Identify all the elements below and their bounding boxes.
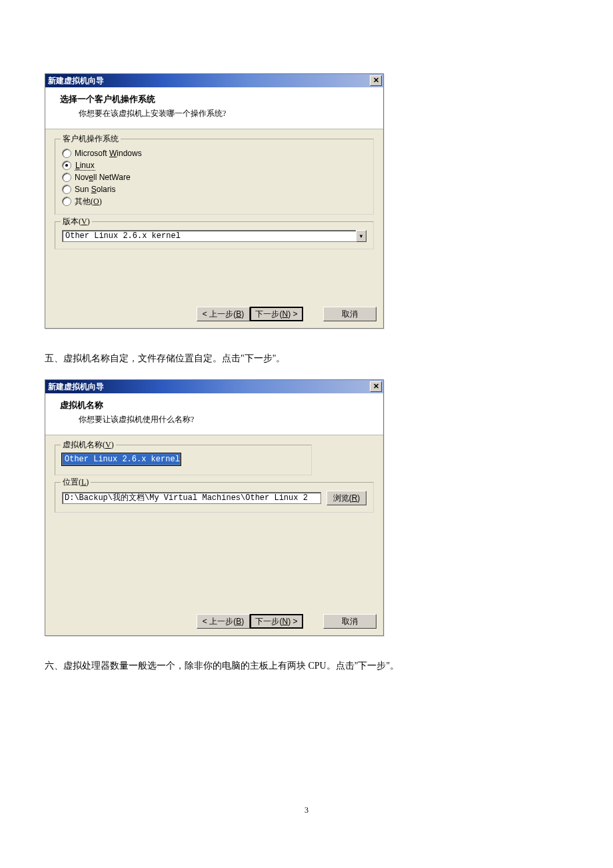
- button-row: < 上一步(B) 下一步(N) > 取消: [45, 303, 383, 328]
- radio-icon[interactable]: [62, 185, 71, 194]
- titlebar: 新建虚拟机向导 ✕: [45, 74, 383, 87]
- next-button[interactable]: 下一步(N) >: [250, 614, 303, 629]
- radio-icon[interactable]: [62, 149, 71, 158]
- os-radio-option[interactable]: Linux: [62, 159, 366, 171]
- step-5-caption: 五、虚拟机名称自定，文件存储位置自定。点击"下一步"。: [45, 353, 613, 365]
- os-option-label: Novell NetWare: [75, 173, 131, 182]
- version-value: Other Linux 2.6.x kernel: [62, 230, 356, 242]
- back-button[interactable]: < 上一步(B): [197, 307, 250, 321]
- version-legend: 版本(V): [61, 216, 92, 227]
- back-button[interactable]: < 上一步(B): [197, 614, 250, 629]
- window-title: 新建虚拟机向导: [48, 381, 104, 393]
- page-number: 3: [0, 805, 613, 815]
- titlebar: 新建虚拟机向导 ✕: [45, 380, 383, 393]
- os-option-label: Linux: [75, 161, 95, 170]
- header-subtitle: 你想要让该虚拟机使用什么名称?: [60, 411, 383, 425]
- next-button[interactable]: 下一步(N) >: [250, 307, 303, 321]
- wizard-dialog-os: 新建虚拟机向导 ✕ 选择一个客户机操作系统 你想要在该虚拟机上安装哪一个操作系统…: [45, 73, 384, 329]
- vm-name-legend: 虚拟机名称(V): [61, 439, 116, 451]
- guest-os-group: 客户机操作系统 Microsoft WindowsLinuxNovell Net…: [55, 139, 374, 215]
- os-radio-option[interactable]: Sun Solaris: [62, 183, 366, 195]
- header-subtitle: 你想要在该虚拟机上安装哪一个操作系统?: [60, 105, 383, 119]
- wizard-dialog-name: 新建虚拟机向导 ✕ 虚拟机名称 你想要让该虚拟机使用什么名称? 虚拟机名称(V)…: [45, 379, 384, 636]
- radio-icon[interactable]: [62, 161, 71, 170]
- close-button[interactable]: ✕: [370, 381, 382, 392]
- chevron-down-icon[interactable]: ▼: [356, 230, 366, 242]
- cancel-button[interactable]: 取消: [323, 614, 376, 629]
- dialog-header: 虚拟机名称 你想要让该虚拟机使用什么名称?: [45, 393, 383, 435]
- header-title: 虚拟机名称: [60, 399, 383, 411]
- radio-icon[interactable]: [62, 197, 71, 206]
- vm-name-group: 虚拟机名称(V) Other Linux 2.6.x kernel: [55, 445, 312, 475]
- os-radio-option[interactable]: Microsoft Windows: [62, 147, 366, 159]
- version-group: 版本(V) Other Linux 2.6.x kernel ▼: [55, 221, 374, 249]
- guest-os-legend: 客户机操作系统: [61, 133, 121, 145]
- os-option-label: Microsoft Windows: [75, 149, 142, 158]
- os-option-label: 其他(O): [75, 196, 102, 207]
- dialog-header: 选择一个客户机操作系统 你想要在该虚拟机上安装哪一个操作系统?: [45, 87, 383, 129]
- os-option-label: Sun Solaris: [75, 185, 115, 194]
- location-group: 位置(L) D:\Backup\我的文档\My Virtual Machines…: [55, 482, 374, 513]
- close-button[interactable]: ✕: [370, 75, 382, 86]
- step-6-caption: 六、虚拟处理器数量一般选一个，除非你的电脑的主板上有两块 CPU。点击"下一步"…: [45, 660, 613, 672]
- radio-icon[interactable]: [62, 173, 71, 182]
- vm-name-input[interactable]: Other Linux 2.6.x kernel: [62, 453, 181, 465]
- cancel-button[interactable]: 取消: [323, 307, 376, 321]
- button-row: < 上一步(B) 下一步(N) > 取消: [45, 610, 383, 635]
- window-title: 新建虚拟机向导: [48, 75, 104, 87]
- header-title: 选择一个客户机操作系统: [60, 93, 383, 105]
- os-radio-option[interactable]: 其他(O): [62, 195, 366, 207]
- os-radio-option[interactable]: Novell NetWare: [62, 171, 366, 183]
- browse-button[interactable]: 浏览(R): [326, 491, 366, 505]
- version-select[interactable]: Other Linux 2.6.x kernel ▼: [62, 230, 366, 242]
- location-legend: 位置(L): [61, 477, 91, 488]
- location-input[interactable]: D:\Backup\我的文档\My Virtual Machines\Other…: [62, 492, 321, 504]
